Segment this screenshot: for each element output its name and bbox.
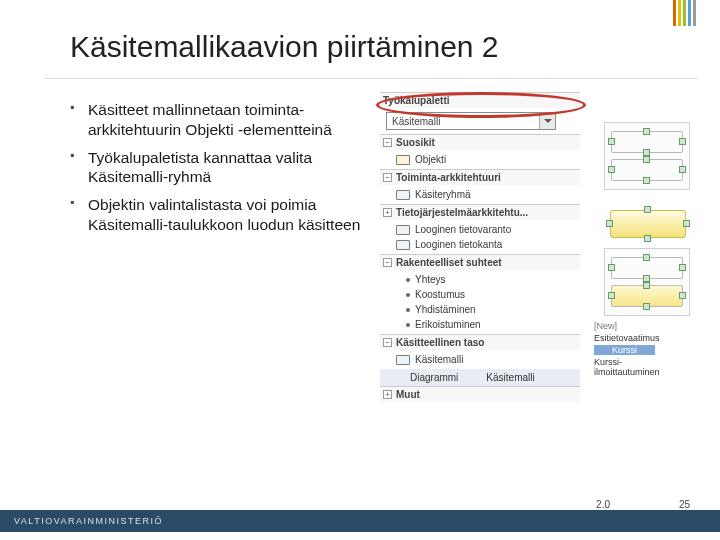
group-header[interactable]: − Suosikit	[380, 134, 580, 150]
sample-shapes-bottom	[604, 248, 690, 316]
palette-item[interactable]: Diagrammi	[394, 372, 458, 383]
object-select-list[interactable]: [New] Esitietovaatimus Kurssi Kurssi-ilm…	[590, 320, 690, 378]
model-icon	[396, 355, 410, 365]
object-shape[interactable]	[610, 210, 686, 238]
group-header[interactable]: + Muut	[380, 386, 580, 402]
template-dropdown[interactable]: Käsitemalli	[386, 112, 556, 130]
sample-shapes-top	[604, 122, 690, 190]
shape-sample	[611, 285, 683, 307]
list-item[interactable]: Kurssi-ilmoittautuminen	[590, 356, 690, 378]
logo-stripes	[673, 0, 696, 26]
shape-sample	[611, 159, 683, 181]
shape-sample	[611, 257, 683, 279]
palette-subitem[interactable]: Yhteys	[380, 272, 580, 287]
ministry-label: VALTIOVARAINMINISTERIÖ	[14, 516, 163, 526]
collapse-icon[interactable]: −	[383, 173, 392, 182]
dot-icon	[406, 293, 410, 297]
shape-sample	[611, 131, 683, 153]
group-label: Toiminta-arkkitehtuuri	[396, 172, 501, 183]
palette-title: Työkalupaletti	[383, 95, 450, 106]
canvas-object-sample	[604, 200, 692, 248]
group-label: Käsitteellinen taso	[396, 337, 484, 348]
store-icon	[396, 225, 410, 235]
list-item-selected[interactable]: Kurssi	[590, 344, 690, 356]
model-icon	[470, 373, 482, 382]
db-icon	[396, 240, 410, 250]
group-header[interactable]: − Käsitteellinen taso	[380, 334, 580, 350]
title-rule	[44, 78, 698, 79]
palette-subitem[interactable]: Erikoistuminen	[380, 317, 580, 332]
expand-icon[interactable]: +	[383, 390, 392, 399]
group-header[interactable]: + Tietojärjestelmäarkkitehtu...	[380, 204, 580, 220]
group-label: Muut	[396, 389, 420, 400]
group-label: Tietojärjestelmäarkkitehtu...	[396, 207, 528, 218]
palette-item[interactable]: Käsitemalli	[470, 372, 534, 383]
list-item[interactable]: Esitietovaatimus	[590, 332, 690, 344]
bullet-list: Käsitteet mallinnetaan toiminta-arkkiteh…	[70, 100, 370, 243]
collapse-icon[interactable]: −	[383, 338, 392, 347]
dropdown-value: Käsitemalli	[392, 116, 440, 127]
palette-header: Työkalupaletti	[380, 92, 580, 108]
version-label: 2.0	[596, 499, 610, 510]
group-header[interactable]: − Rakenteelliset suhteet	[380, 254, 580, 270]
diagram-icon	[394, 373, 406, 382]
palette-item[interactable]: Objekti	[380, 152, 580, 167]
bullet-item: Objektin valintalistasta voi poimia Käsi…	[70, 195, 370, 235]
slide-footer: 2.0 25 VALTIOVARAINMINISTERIÖ	[0, 510, 720, 540]
tool-palette: Työkalupaletti Käsitemalli − Suosikit Ob…	[380, 92, 580, 402]
dot-icon	[406, 308, 410, 312]
palette-subitem[interactable]: Koostumus	[380, 287, 580, 302]
slide: Käsitemallikaavion piirtäminen 2 Käsitte…	[0, 0, 720, 540]
chevron-down-icon[interactable]	[539, 113, 555, 129]
collapse-icon[interactable]: −	[383, 138, 392, 147]
palette-item[interactable]: Looginen tietovaranto	[380, 222, 580, 237]
palette-subitem[interactable]: Yhdistäminen	[380, 302, 580, 317]
list-new[interactable]: [New]	[590, 320, 690, 332]
dot-icon	[406, 278, 410, 282]
group-header[interactable]: − Toiminta-arkkitehtuuri	[380, 169, 580, 185]
page-number: 25	[679, 499, 690, 510]
dot-icon	[406, 323, 410, 327]
palette-item[interactable]: Käsiteryhmä	[380, 187, 580, 202]
group-icon	[396, 190, 410, 200]
palette-item[interactable]: Käsitemalli	[380, 352, 580, 367]
page-title: Käsitemallikaavion piirtäminen 2	[70, 30, 499, 64]
group-label: Suosikit	[396, 137, 435, 148]
group-label: Rakenteelliset suhteet	[396, 257, 502, 268]
palette-item[interactable]: Looginen tietokanta	[380, 237, 580, 252]
collapse-icon[interactable]: −	[383, 258, 392, 267]
bullet-item: Käsitteet mallinnetaan toiminta-arkkiteh…	[70, 100, 370, 140]
object-icon	[396, 155, 410, 165]
bullet-item: Työkalupaletista kannattaa valita Käsite…	[70, 148, 370, 188]
expand-icon[interactable]: +	[383, 208, 392, 217]
